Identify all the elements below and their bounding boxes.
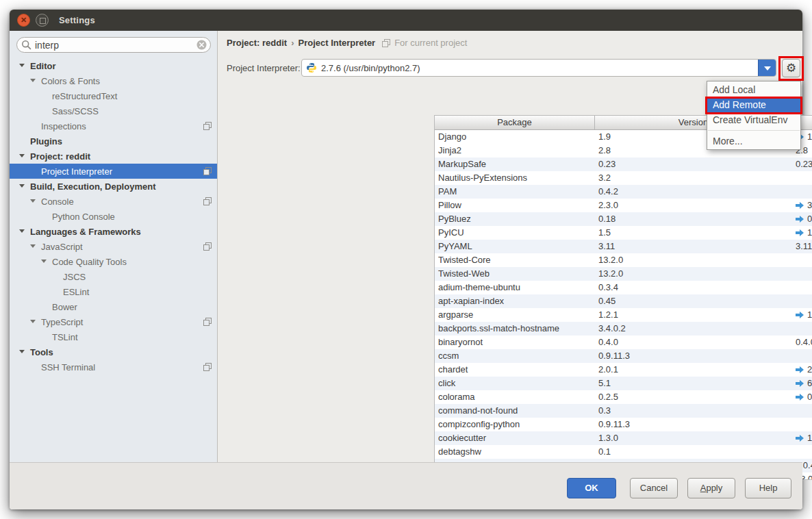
table-row[interactable]: PyYAML3.113.11 xyxy=(435,240,812,253)
sidebar-item-eslint[interactable]: ESLint xyxy=(10,284,217,299)
table-row[interactable]: Twisted-Core13.2.0 xyxy=(435,253,812,267)
sidebar-item-label: Inspections xyxy=(41,121,86,131)
table-row[interactable]: Nautilus-PyExtensions3.2 xyxy=(435,171,812,185)
expand-arrow-icon[interactable] xyxy=(18,348,30,356)
table-row[interactable]: PAM0.4.2 xyxy=(435,185,812,199)
table-row[interactable]: command-not-found0.3 xyxy=(435,404,812,418)
sidebar-item-colors-fonts[interactable]: Colors & Fonts xyxy=(10,73,217,88)
expand-arrow-icon[interactable] xyxy=(18,62,30,70)
breadcrumb-project[interactable]: Project: reddit xyxy=(227,38,287,48)
interpreter-select[interactable]: 2.7.6 (/usr/bin/python2.7) xyxy=(301,59,776,77)
table-row[interactable]: PyICU1.51.9.2 xyxy=(435,226,812,240)
expand-arrow-icon[interactable] xyxy=(18,227,30,236)
sidebar-item-label: TypeScript xyxy=(41,317,83,327)
menu-item-create-virtualenv[interactable]: Create VirtualEnv xyxy=(707,112,800,127)
table-row[interactable]: cookiecutter1.3.01.4.0 xyxy=(435,431,812,445)
version-cell: 0.9.11.3 xyxy=(594,349,791,363)
maximize-icon[interactable] xyxy=(36,14,49,27)
expand-arrow-icon[interactable] xyxy=(29,318,41,326)
table-row[interactable]: colorama0.2.50.3.7 xyxy=(435,390,812,404)
sidebar-item-javascript[interactable]: JavaScript xyxy=(10,239,217,254)
expand-arrow-icon[interactable] xyxy=(18,152,30,160)
sidebar-item-console[interactable]: Console xyxy=(10,194,217,209)
settings-dialog: Settings EditorColors & FontsreStructure… xyxy=(10,10,802,509)
sidebar-item-typescript[interactable]: TypeScript xyxy=(10,314,217,329)
sidebar-item-bower[interactable]: Bower xyxy=(10,299,217,314)
help-button[interactable]: Help xyxy=(745,478,791,498)
clear-search-icon[interactable] xyxy=(196,40,207,50)
gear-button[interactable]: ⚙ xyxy=(782,59,800,77)
package-cell: PyBluez xyxy=(435,212,594,226)
expand-arrow-icon[interactable] xyxy=(18,182,30,190)
column-header-package[interactable]: Package xyxy=(435,116,594,129)
menu-item-add-remote[interactable]: Add Remote xyxy=(707,97,800,112)
cancel-button[interactable]: Cancel xyxy=(630,478,678,498)
sidebar-item-python-console[interactable]: Python Console xyxy=(10,209,217,224)
table-row[interactable]: binaryornot0.4.00.4.0 xyxy=(435,336,812,349)
sidebar-item-tools[interactable]: Tools xyxy=(10,344,217,359)
expand-arrow-icon[interactable] xyxy=(29,77,41,85)
expand-arrow-icon[interactable] xyxy=(29,242,41,251)
package-cell: chardet xyxy=(435,363,594,377)
table-row[interactable]: Twisted-Web13.2.0 xyxy=(435,267,812,281)
sidebar-item-sass-scss[interactable]: Sass/SCSS xyxy=(10,103,217,118)
sidebar-item-label: Code Quality Tools xyxy=(52,257,127,267)
table-row[interactable]: Pillow2.3.03.1.1 xyxy=(435,199,812,212)
upgrade-arrow-icon xyxy=(796,394,804,401)
expand-arrow-icon xyxy=(29,122,41,130)
table-row[interactable]: apt-xapian-index0.45 xyxy=(435,294,812,308)
interpreter-value: 2.7.6 (/usr/bin/python2.7) xyxy=(321,63,420,73)
expand-arrow-icon xyxy=(40,92,52,100)
latest-cell: 0.4.0 xyxy=(791,336,812,349)
latest-cell: 1.4.0 xyxy=(791,308,812,322)
table-row[interactable]: backports.ssl-match-hostname3.4.0.2 xyxy=(435,322,812,336)
version-cell: 0.18 xyxy=(594,212,791,226)
gear-dropdown-menu: Add LocalAdd RemoteCreate VirtualEnvMore… xyxy=(707,81,801,150)
sidebar-item-project-reddit[interactable]: Project: reddit xyxy=(10,149,217,164)
sidebar-item-project-interpreter[interactable]: Project Interpreter xyxy=(10,164,217,179)
table-row[interactable]: adium-theme-ubuntu0.3.4 xyxy=(435,281,812,294)
latest-cell: 1.9.2 xyxy=(791,226,812,240)
version-cell: 0.45 xyxy=(594,294,791,308)
sidebar-item-code-quality-tools[interactable]: Code Quality Tools xyxy=(10,254,217,269)
upgrade-arrow-icon xyxy=(796,380,804,387)
apply-button[interactable]: Apply xyxy=(687,478,735,498)
table-row[interactable]: argparse1.2.11.4.0 xyxy=(435,308,812,322)
ok-button[interactable]: OK xyxy=(567,478,616,498)
table-row[interactable]: ccsm0.9.11.3 xyxy=(435,349,812,363)
sidebar-item-languages-frameworks[interactable]: Languages & Frameworks xyxy=(10,224,217,239)
table-row[interactable]: debtagshw0.1 xyxy=(435,445,812,459)
version-cell: 5.1 xyxy=(594,377,791,390)
table-row[interactable]: PyBluez0.180.22 xyxy=(435,212,812,226)
latest-cell: 2.3.0 xyxy=(791,363,812,377)
search-input[interactable] xyxy=(16,37,211,53)
sidebar-item-label: Languages & Frameworks xyxy=(30,227,141,237)
sidebar-item-restructuredtext[interactable]: reStructuredText xyxy=(10,88,217,103)
close-icon[interactable] xyxy=(17,14,30,27)
package-cell: Nautilus-PyExtensions xyxy=(435,171,594,185)
sidebar-item-ssh-terminal[interactable]: SSH Terminal xyxy=(10,359,217,375)
sidebar-item-inspections[interactable]: Inspections xyxy=(10,118,217,134)
menu-item-more[interactable]: More... xyxy=(707,134,800,149)
dropdown-arrow-icon[interactable] xyxy=(758,60,776,76)
sidebar-item-build-execution-deployment[interactable]: Build, Execution, Deployment xyxy=(10,179,217,194)
package-cell: debtagshw xyxy=(435,445,594,459)
expand-arrow-icon[interactable] xyxy=(29,197,41,205)
titlebar[interactable]: Settings xyxy=(10,10,802,31)
latest-cell: 1.4.0 xyxy=(791,431,812,445)
table-row[interactable]: click5.16.4 xyxy=(435,377,812,390)
package-cell: backports.ssl-match-hostname xyxy=(435,322,594,336)
table-row[interactable]: MarkupSafe0.230.23 xyxy=(435,157,812,171)
menu-item-add-local[interactable]: Add Local xyxy=(707,82,800,97)
sidebar-item-label: Editor xyxy=(30,61,56,71)
sidebar-item-tslint[interactable]: TSLint xyxy=(10,329,217,344)
sidebar-item-jscs[interactable]: JSCS xyxy=(10,269,217,284)
sidebar-item-plugins[interactable]: Plugins xyxy=(10,134,217,149)
sidebar-item-label: Tools xyxy=(30,347,53,357)
sidebar-item-editor[interactable]: Editor xyxy=(10,58,217,73)
gear-icon: ⚙ xyxy=(783,60,800,77)
expand-arrow-icon xyxy=(40,303,52,311)
table-row[interactable]: chardet2.0.12.3.0 xyxy=(435,363,812,377)
table-row[interactable]: compizconfig-python0.9.11.3 xyxy=(435,418,812,431)
expand-arrow-icon[interactable] xyxy=(40,257,52,266)
